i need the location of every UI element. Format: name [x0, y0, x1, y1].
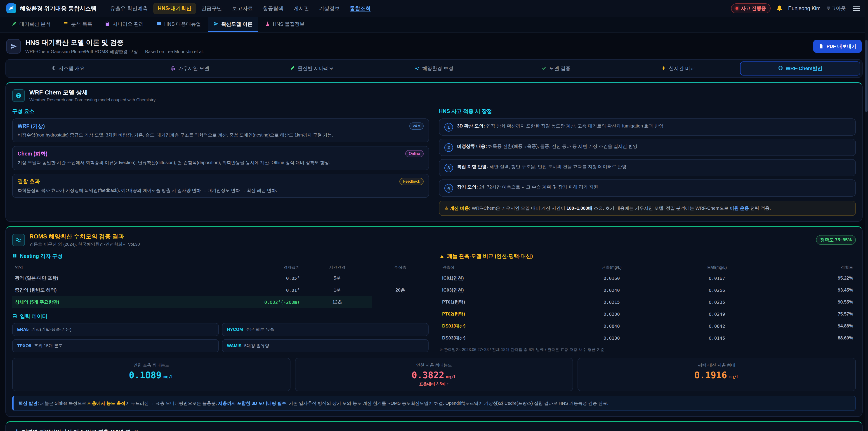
observed-value: 0.0240 — [559, 284, 664, 296]
incident-status-badge[interactable]: 사고 진행중 — [731, 3, 771, 13]
wave-icon — [12, 234, 25, 246]
column-header: 시간간격 — [303, 263, 372, 272]
nesting-row-detail: 상세역 (5개 주요항만) 0.002°(≈200m) 12초 — [12, 296, 429, 308]
book-icon — [156, 21, 161, 27]
station: PT02(평택) — [439, 308, 559, 320]
column-header: 영역 — [12, 263, 171, 272]
nesting-heading: Nesting 격자 구성 — [20, 253, 63, 260]
brand[interactable]: 해양환경 위기대응 통합시스템 — [6, 3, 96, 13]
user-name: Eunjeong Kim — [788, 5, 820, 11]
advantage-number: 1 — [444, 123, 453, 131]
observed-value: 0.0840 — [559, 320, 664, 332]
nav-item-rescue[interactable]: 긴급구난 — [197, 3, 227, 14]
component-card-coupling: 결합 효과 Feedback 화학물질의 복사 효과가 기상장에 되먹임(fee… — [12, 174, 429, 198]
incident-dot-icon — [736, 7, 738, 10]
nesting-time-step: 12초 — [303, 296, 372, 308]
components-heading: 구성 요소 — [12, 108, 429, 115]
tab-gaussian-model[interactable]: 가우시안 모델 — [130, 61, 250, 75]
page-header: HNS 대기확산 모델 이론 및 검증 WRF-Chem·Gaussian Pl… — [6, 38, 862, 55]
stat-value: 0.1916 — [694, 370, 727, 380]
stat-unit: mg/L — [163, 374, 174, 379]
advantage-text: 복잡 지형 반영: 해안 절벽, 항만 구조물, 인접 도시의 건물 효과를 지… — [457, 163, 627, 170]
subnav-hns-manual[interactable]: HNS 대응매뉴얼 — [151, 17, 206, 32]
pencil-icon — [290, 65, 295, 71]
accuracy-value: 95.22% — [770, 272, 856, 284]
pdf-export-label: PDF 내보내기 — [827, 43, 856, 50]
tab-wrf-chem[interactable]: WRF-Chem발전 — [740, 61, 860, 75]
component-desc: 기상 모델과 동일한 시간 스텝에서 화학종의 이류(advection), 난… — [18, 159, 424, 166]
component-badge: v4.x — [409, 123, 424, 130]
input-data-item: WAMIS5대강 일유량 — [222, 339, 429, 352]
nav-item-reports[interactable]: 보고자료 — [228, 3, 257, 14]
stat-value: 0.3822 — [412, 370, 444, 380]
cost-note-label: 계산 비용: — [450, 206, 471, 211]
wrfchem-components-column: 구성 요소 WRF (기상) v4.x 비정수압(non-hydrostatic… — [12, 107, 429, 216]
nav-item-hns-dispersion[interactable]: HNS·대기확산 — [153, 3, 196, 14]
component-card-wrf: WRF (기상) v4.x 비정수압(non-hydrostatic) 중규모 … — [12, 118, 429, 143]
roms-subtitle: 김동호·이문진 외 (2024), 한국해양환경·안전학회지 Vol.30 — [29, 241, 140, 247]
component-title: 결합 효과 — [18, 178, 40, 185]
stat-sub-note: 표층대비 3.5배 ↑ — [300, 381, 569, 387]
wind-icon — [170, 65, 176, 71]
subnav-label: 확산모델 이론 — [221, 21, 252, 28]
notifications-bell-icon[interactable] — [776, 5, 783, 12]
observed-value: 0.0215 — [559, 296, 664, 308]
pencil-icon — [12, 21, 17, 27]
advantages-heading: HNS 사고 적용 시 장점 — [439, 108, 856, 115]
tab-realtime-comparison[interactable]: 실시간 비교 — [618, 61, 738, 75]
scrollbar[interactable] — [865, 0, 868, 431]
nav-item-weather[interactable]: 기상정보 — [315, 3, 344, 14]
component-badge: Feedback — [399, 178, 424, 185]
input-data-item: ERA5기상(기압·풍속·기온) — [12, 323, 219, 336]
station: IC01(인천) — [439, 272, 559, 284]
subnav-dispersion-analysis[interactable]: 대기확산 분석 — [6, 17, 56, 32]
page-title: HNS 대기확산 모델 이론 및 검증 — [25, 38, 204, 47]
input-tag: ERA5 — [17, 327, 29, 332]
grid-icon — [12, 253, 17, 259]
stat-unit: mg/L — [729, 374, 739, 379]
document-icon — [819, 44, 824, 49]
advantage-title: 장기 모의: — [457, 184, 478, 189]
globe-icon — [12, 89, 25, 102]
nav-item-board[interactable]: 게시판 — [289, 3, 314, 14]
tab-label: 물질별 시나리오 — [298, 65, 334, 72]
warning-icon: ⚠ — [444, 206, 448, 211]
scrollbar-thumb[interactable] — [865, 40, 868, 112]
nesting-grid-size: 0.002°(≈200m) — [171, 296, 302, 308]
tab-substance-scenarios[interactable]: 물질별 시나리오 — [252, 61, 372, 75]
tab-model-validation[interactable]: 모델 검증 — [496, 61, 616, 75]
subnav-scenario-management[interactable]: 시나리오 관리 — [99, 17, 149, 32]
subnav-model-theory[interactable]: 확산모델 이론 — [208, 17, 258, 32]
accuracy-value: 93.45% — [770, 284, 856, 296]
topbar-right: 사고 진행중 Eunjeong Kim 로그아웃 — [731, 3, 862, 13]
tab-label: WRF-Chem발전 — [786, 65, 823, 72]
wrfchem-advantages-column: HNS 사고 적용 시 장점 1 3D 확산 모의: 연직 방향 확산까지 포함… — [439, 107, 856, 216]
nav-item-oil-spill[interactable]: 유출유 확산예측 — [105, 3, 152, 14]
input-tag: TPXO9 — [17, 343, 31, 348]
input-desc: 수온·염분·유속 — [246, 327, 274, 333]
globe-icon — [778, 65, 783, 71]
advantage-text: 장기 모의: 24~72시간 예측으로 사고 수습 계획 및 장기 피해 평가 … — [457, 184, 598, 190]
nav-item-integrated-search[interactable]: 통합조회 — [345, 3, 375, 14]
advantage-item: 4 장기 모의: 24~72시간 예측으로 사고 수습 계획 및 장기 피해 평… — [439, 180, 856, 196]
subnav-hns-substance-info[interactable]: HNS 물질정보 — [260, 17, 310, 32]
logout-button[interactable]: 로그아웃 — [826, 5, 846, 12]
pdf-export-button[interactable]: PDF 내보내기 — [813, 40, 862, 53]
incident-label: 사고 진행중 — [741, 5, 766, 11]
subnav-label: 대기확산 분석 — [20, 21, 51, 28]
model-value: 0.0167 — [664, 272, 770, 284]
tab-system-overview[interactable]: 시스템 개요 — [8, 61, 128, 75]
subnav-analysis-list[interactable]: 분석 목록 — [58, 17, 98, 32]
clipboard-icon — [105, 21, 110, 27]
observed-value: 0.0160 — [559, 272, 664, 284]
nav-item-aerial-search[interactable]: 항공탐색 — [258, 3, 288, 14]
menu-hamburger-icon[interactable] — [851, 4, 862, 13]
input-tag: WAMIS — [227, 343, 241, 348]
phenol-comparison-table: 관측점 관측(mg/L) 모델(mg/L) 정확도 IC01(인천) 0.016… — [439, 263, 856, 344]
inputs-heading: 입력 데이터 — [20, 313, 47, 320]
stat-incheon-surface-max: 인천 표층 최대농도 0.1089mg/L — [12, 358, 290, 391]
finding-label: 핵심 발견: — [19, 401, 39, 406]
tab-marine-correction[interactable]: 해양환경 보정 — [374, 61, 494, 75]
advantage-number: 4 — [444, 184, 453, 192]
vertical-layers-cell: 20층 — [372, 272, 429, 308]
